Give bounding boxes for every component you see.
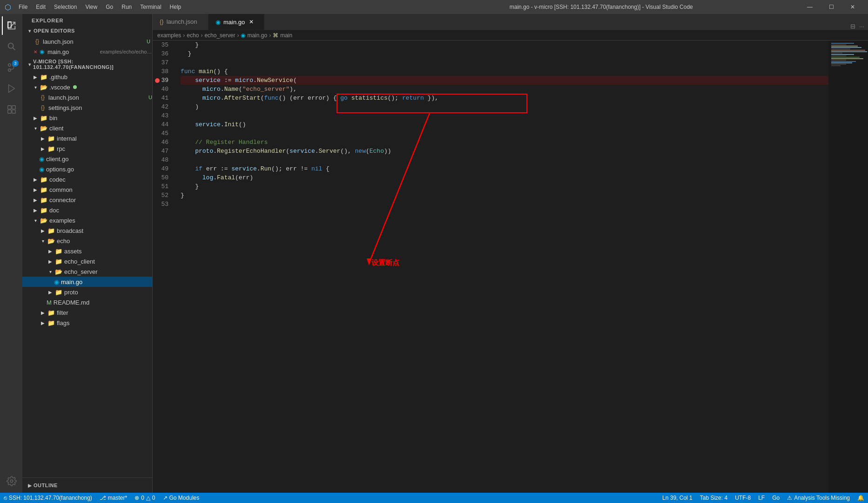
breadcrumb-examples[interactable]: examples bbox=[157, 32, 181, 39]
menu-run[interactable]: Run bbox=[118, 3, 135, 11]
tab-bar: {} launch.json ◉ main.go ✕ ⊟ ··· bbox=[153, 14, 868, 30]
folder-bin[interactable]: ▶ 📁 bin bbox=[22, 113, 152, 123]
code-line-47: proto.RegisterEchoHandler(service.Server… bbox=[181, 147, 828, 156]
status-cursor-position[interactable]: Ln 39, Col 1 bbox=[659, 493, 696, 503]
line-40: 40 bbox=[153, 85, 172, 94]
tab-launch-json[interactable]: {} launch.json bbox=[153, 14, 209, 30]
folder-echo-server[interactable]: ▾ 📂 echo_server bbox=[22, 266, 152, 277]
folder-internal[interactable]: ▶ 📁 internal bbox=[22, 133, 152, 143]
open-file-main-go[interactable]: ✕ ◉ main.go examples/echo/echo_se... bbox=[22, 47, 152, 57]
status-language[interactable]: Go bbox=[768, 493, 783, 503]
tab-go-icon: ◉ bbox=[215, 19, 221, 26]
folder-assets[interactable]: ▶ 📁 assets bbox=[22, 246, 152, 256]
menu-selection[interactable]: Selection bbox=[50, 3, 81, 11]
line-50: 50 bbox=[153, 173, 172, 182]
svg-rect-9 bbox=[8, 110, 11, 113]
folder-filter[interactable]: ▶ 📁 filter bbox=[22, 307, 152, 318]
code-line-42: ) bbox=[181, 102, 828, 111]
line-39-breakpoint[interactable]: 39 bbox=[153, 76, 172, 85]
settings-json-icon: {} bbox=[39, 104, 47, 111]
file-main-go-selected[interactable]: ◉ main.go bbox=[22, 277, 152, 287]
activity-source-control[interactable]: 3 bbox=[2, 58, 20, 77]
activity-run[interactable] bbox=[2, 79, 20, 98]
status-errors[interactable]: ⊗ 0 △ 0 bbox=[131, 493, 159, 503]
file-readme[interactable]: M README.md bbox=[22, 297, 152, 307]
line-36: 36 bbox=[153, 49, 172, 58]
close-button[interactable]: ✕ bbox=[842, 0, 863, 14]
breadcrumb-echo-server[interactable]: echo_server bbox=[204, 32, 235, 39]
line-numbers: 35 36 37 38 39 40 41 42 43 44 45 46 47 4… bbox=[153, 41, 176, 493]
activity-search[interactable] bbox=[2, 37, 20, 56]
status-encoding[interactable]: UTF-8 bbox=[731, 493, 754, 503]
file-launch-json[interactable]: {} launch.json U bbox=[22, 92, 152, 102]
svg-point-11 bbox=[10, 480, 13, 483]
svg-rect-7 bbox=[8, 106, 11, 109]
activity-settings[interactable] bbox=[2, 472, 20, 490]
code-line-40: micro.Name("echo_server"), bbox=[181, 85, 828, 94]
folder-flags[interactable]: ▶ 📁 flags bbox=[22, 318, 152, 328]
maximize-button[interactable]: ☐ bbox=[821, 0, 842, 14]
outline-header[interactable]: ▶ OUTLINE bbox=[22, 480, 152, 491]
breadcrumb-echo[interactable]: echo bbox=[187, 32, 199, 39]
svg-rect-10 bbox=[12, 110, 15, 113]
warning-icon: △ bbox=[146, 495, 150, 501]
status-ssh[interactable]: ⎋ SSH: 101.132.47.70(fananchong) bbox=[0, 493, 96, 503]
more-actions-icon[interactable]: ··· bbox=[859, 23, 864, 30]
svg-point-5 bbox=[8, 64, 11, 67]
doc-folder-icon: 📁 bbox=[40, 207, 47, 214]
codec-folder-icon: 📁 bbox=[40, 176, 47, 183]
folder-icon: 📁 bbox=[40, 74, 47, 81]
file-client-go[interactable]: ◉ client.go bbox=[22, 154, 152, 164]
status-bar: ⎋ SSH: 101.132.47.70(fananchong) ⎇ maste… bbox=[0, 493, 868, 503]
minimize-button[interactable]: — bbox=[799, 0, 821, 14]
folder-broadcast[interactable]: ▶ 📁 broadcast bbox=[22, 225, 152, 236]
status-line-ending[interactable]: LF bbox=[754, 493, 768, 503]
menu-help[interactable]: Help bbox=[166, 3, 185, 11]
status-notification[interactable]: 🔔 bbox=[854, 493, 868, 503]
open-editors-header[interactable]: ▾ OPEN EDITORS bbox=[22, 25, 152, 36]
menu-file[interactable]: File bbox=[15, 3, 31, 11]
line-38: 38 bbox=[153, 67, 172, 76]
folder-vscode[interactable]: ▾ 📂 .vscode bbox=[22, 82, 152, 92]
code-line-35: } bbox=[181, 41, 828, 49]
folder-echo-client[interactable]: ▶ 📁 echo_client bbox=[22, 256, 152, 266]
folder-echo[interactable]: ▾ 📂 echo bbox=[22, 236, 152, 246]
split-editor-icon[interactable]: ⊟ bbox=[850, 23, 855, 30]
open-editors-chevron: ▾ bbox=[26, 27, 34, 34]
menu-terminal[interactable]: Terminal bbox=[136, 3, 165, 11]
status-tab-size[interactable]: Tab Size: 4 bbox=[696, 493, 731, 503]
tab-main-go[interactable]: ◉ main.go ✕ bbox=[209, 14, 264, 30]
folder-proto[interactable]: ▶ 📁 proto bbox=[22, 287, 152, 297]
code-line-39: service := micro.NewService( bbox=[181, 76, 828, 85]
folder-github[interactable]: ▶ 📁 .github bbox=[22, 72, 152, 82]
activity-explorer[interactable] bbox=[2, 16, 20, 35]
folder-doc[interactable]: ▶ 📁 doc bbox=[22, 205, 152, 215]
folder-rpc[interactable]: ▶ 📁 rpc bbox=[22, 143, 152, 154]
menu-go[interactable]: Go bbox=[102, 3, 117, 11]
line-42: 42 bbox=[153, 102, 172, 111]
go-modules-icon: ↗ bbox=[163, 495, 168, 501]
code-line-41: micro.AfterStart(func() (err error) { go… bbox=[181, 94, 828, 102]
breadcrumb-function-icon: ⌘ bbox=[273, 32, 278, 39]
folder-common[interactable]: ▶ 📁 common bbox=[22, 184, 152, 195]
code-line-51: } bbox=[181, 182, 828, 191]
file-options-go[interactable]: ◉ options.go bbox=[22, 164, 152, 174]
breadcrumb-main-go[interactable]: main.go bbox=[247, 32, 267, 39]
echo-server-folder-icon: 📂 bbox=[55, 268, 62, 275]
folder-codec[interactable]: ▶ 📁 codec bbox=[22, 174, 152, 184]
tab-close-button[interactable]: ✕ bbox=[248, 18, 255, 26]
status-git-branch[interactable]: ⎇ master* bbox=[96, 493, 131, 503]
line-51: 51 bbox=[153, 182, 172, 191]
breadcrumb-main[interactable]: main bbox=[280, 32, 292, 39]
open-file-launch-json[interactable]: {} launch.json U bbox=[22, 36, 152, 47]
status-analysis-tools[interactable]: ⚠ Analysis Tools Missing bbox=[783, 493, 854, 503]
menu-view[interactable]: View bbox=[81, 3, 101, 11]
status-go-modules[interactable]: ↗ Go Modules bbox=[159, 493, 203, 503]
folder-client[interactable]: ▾ 📂 client bbox=[22, 123, 152, 133]
file-settings-json[interactable]: {} settings.json bbox=[22, 102, 152, 113]
activity-extensions[interactable] bbox=[2, 100, 20, 119]
folder-connector[interactable]: ▶ 📁 connector bbox=[22, 195, 152, 205]
menu-edit[interactable]: Edit bbox=[32, 3, 49, 11]
folder-examples[interactable]: ▾ 📂 examples bbox=[22, 215, 152, 225]
workspace-header[interactable]: ▾ V-MICRO [SSH: 101.132.47.70(FANANCHONG… bbox=[22, 57, 152, 72]
